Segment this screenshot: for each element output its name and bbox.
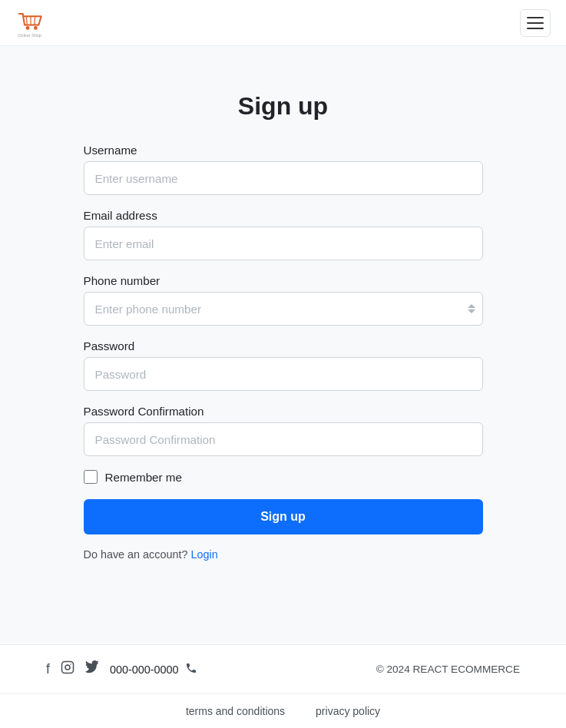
svg-line-1	[26, 16, 27, 25]
phone-input-wrapper	[84, 292, 483, 326]
footer-social: f 000-000-0000	[46, 660, 197, 678]
remember-group: Remember me	[84, 470, 483, 484]
logo-icon: Online Shop	[15, 8, 46, 38]
footer-phone: 000-000-0000	[110, 662, 197, 677]
main-content: Sign up Username Email address Phone num…	[0, 46, 566, 591]
svg-line-3	[35, 16, 35, 25]
svg-rect-7	[61, 662, 73, 673]
svg-text:Online Shop: Online Shop	[18, 33, 41, 38]
email-input[interactable]	[84, 227, 483, 260]
phone-group: Phone number	[84, 274, 483, 326]
remember-label[interactable]: Remember me	[105, 471, 182, 484]
password-group: Password	[84, 339, 483, 391]
signup-form: Username Email address Phone number Pass…	[84, 144, 483, 561]
phone-icon	[185, 662, 197, 677]
username-group: Username	[84, 144, 483, 195]
password-label: Password	[84, 339, 483, 352]
phone-number: 000-000-0000	[110, 663, 179, 676]
username-input[interactable]	[84, 161, 483, 195]
footer-links: terms and conditions privacy policy	[0, 693, 566, 728]
signup-button[interactable]: Sign up	[84, 499, 483, 534]
instagram-icon[interactable]	[61, 660, 74, 678]
footer-top: f 000-000-0000	[0, 645, 566, 693]
login-prompt-text: Do have an account? Login	[84, 548, 483, 561]
svg-point-9	[70, 663, 71, 665]
login-prompt-label: Do have an account?	[84, 548, 188, 561]
twitter-icon[interactable]	[85, 660, 99, 678]
password-confirm-label: Password Confirmation	[84, 405, 483, 418]
footer-copyright: © 2024 REACT ECOMMERCE	[376, 663, 520, 675]
svg-point-4	[26, 26, 30, 30]
facebook-icon[interactable]: f	[46, 661, 50, 677]
hamburger-line-2	[527, 22, 544, 24]
svg-point-8	[65, 665, 70, 670]
password-input[interactable]	[84, 357, 483, 391]
footer: f 000-000-0000	[0, 644, 566, 728]
phone-label: Phone number	[84, 274, 483, 287]
email-group: Email address	[84, 209, 483, 260]
terms-link[interactable]: terms and conditions	[186, 705, 285, 717]
remember-checkbox[interactable]	[84, 470, 98, 484]
logo-area: Online Shop	[15, 8, 46, 38]
privacy-link[interactable]: privacy policy	[316, 705, 380, 717]
svg-point-5	[34, 26, 38, 30]
phone-input[interactable]	[84, 292, 483, 326]
hamburger-button[interactable]	[520, 9, 551, 37]
password-confirm-group: Password Confirmation	[84, 405, 483, 456]
navbar: Online Shop	[0, 0, 566, 46]
login-link[interactable]: Login	[191, 548, 218, 561]
username-label: Username	[84, 144, 483, 157]
page-title: Sign up	[238, 92, 328, 121]
email-label: Email address	[84, 209, 483, 222]
hamburger-line-1	[527, 17, 544, 18]
password-confirm-input[interactable]	[84, 422, 483, 456]
hamburger-line-3	[527, 28, 544, 29]
